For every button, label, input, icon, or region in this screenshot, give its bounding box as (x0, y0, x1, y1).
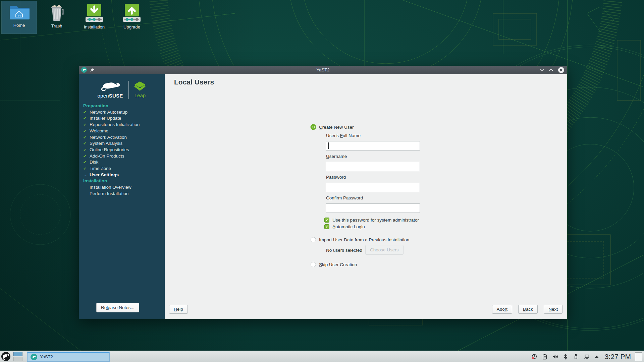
desktop-icon-trash[interactable]: Trash (39, 1, 74, 34)
installer-steps: Preparation Network Autosetup Installer … (83, 103, 164, 197)
username-label: U̲sername (326, 154, 347, 159)
page-title: Local Users (174, 78, 214, 86)
steps-section-preparation: Preparation (83, 103, 164, 109)
step-welcome: Welcome (83, 128, 164, 134)
application-launcher-icon[interactable] (1, 352, 11, 361)
sysadmin-password-checkbox[interactable]: Use t̲his password for system administra… (324, 218, 419, 223)
desktop-icon-row: Home Trash (2, 1, 149, 34)
import-user-data-radio[interactable]: I̲mport User Data from a Previous Instal… (311, 237, 409, 242)
step-perform-installation: Perform Installation (83, 191, 164, 197)
software-updates-icon[interactable] (531, 354, 537, 360)
desktop-1-active[interactable] (13, 352, 22, 356)
create-new-user-radio[interactable]: C̲reate New User (311, 124, 354, 130)
upgrade-icon (122, 4, 141, 22)
full-name-label: User's F̲ull Name (326, 133, 361, 138)
current-step-arrow-icon (83, 172, 88, 178)
leap-label: Leap (135, 93, 146, 98)
yast2-window: YaST2 (79, 66, 567, 319)
desktop-icon-installation[interactable]: Installation (77, 1, 112, 34)
username-input[interactable] (326, 162, 420, 171)
step-addon-products: Add-On Products (83, 153, 164, 160)
logo-divider (128, 81, 128, 99)
network-icon[interactable] (583, 354, 590, 360)
full-name-input[interactable] (326, 141, 420, 150)
installer-sidebar: openSUSE Leap Preparation Network Autose… (79, 74, 165, 319)
no-users-selected-text: No users selected (326, 248, 362, 253)
help-button[interactable]: H̲elp (169, 305, 188, 314)
check-icon (83, 140, 88, 147)
home-folder-icon (9, 4, 30, 20)
taskbar-entry-yast2[interactable]: YaST2 (27, 352, 110, 362)
desktop-icon-label: Home (13, 23, 25, 28)
radio-unselected-icon (311, 262, 316, 267)
step-system-analysis: System Analysis (83, 140, 164, 147)
desktop-2[interactable] (13, 357, 22, 361)
system-tray (531, 354, 599, 360)
check-icon (83, 166, 88, 172)
check-icon (83, 115, 88, 122)
removable-device-icon[interactable] (573, 354, 579, 360)
minimize-button[interactable] (540, 68, 544, 72)
steps-section-installation: Installation (83, 178, 164, 184)
check-icon (83, 128, 88, 134)
opensuse-chameleon-icon (99, 81, 121, 92)
step-time-zone: Time Zone (83, 166, 164, 172)
desktop-icon-label: Upgrade (123, 24, 140, 29)
installation-icon (85, 4, 104, 22)
next-button[interactable]: N̲ext (544, 305, 562, 314)
yast-app-icon (31, 354, 37, 360)
opensuse-leap-logo: openSUSE Leap (79, 78, 165, 102)
automatic-login-checkbox[interactable]: A̲utomatic Login (324, 224, 365, 229)
yast-app-icon (81, 67, 87, 73)
checkbox-checked-icon (324, 218, 329, 223)
step-disk: Disk (83, 159, 164, 166)
close-button[interactable] (558, 67, 564, 73)
check-icon (83, 153, 88, 160)
confirm-password-input[interactable] (326, 203, 420, 213)
clipboard-icon[interactable] (542, 354, 548, 360)
volume-icon[interactable] (552, 354, 558, 360)
step-user-settings-current: User Settings (83, 172, 164, 178)
step-online-repositories: Online Repositories (83, 147, 164, 153)
step-installer-update: Installer Update (83, 115, 164, 122)
step-installation-overview: Installation Overview (83, 184, 164, 191)
maximize-button[interactable] (549, 68, 553, 72)
clock[interactable]: 3:27 PM (605, 353, 631, 361)
radio-unselected-icon (311, 237, 316, 242)
leap-diamond-icon (134, 81, 146, 92)
back-button[interactable]: B̲ack (518, 305, 538, 314)
show-desktop-button[interactable] (635, 352, 642, 361)
check-icon (83, 122, 88, 128)
desktop-icon-home[interactable]: Home (2, 1, 37, 34)
desktop-icon-upgrade[interactable]: Upgrade (114, 1, 149, 34)
titlebar[interactable]: YaST2 (79, 66, 567, 74)
pin-icon[interactable] (90, 68, 95, 72)
trash-icon (48, 4, 66, 21)
release-notes-button[interactable]: Rel̲ease Notes... (96, 303, 139, 312)
skip-user-creation-radio[interactable]: S̲kip User Creation (311, 262, 357, 267)
check-icon (83, 109, 88, 116)
radio-selected-icon (311, 124, 316, 130)
choose-users-button[interactable]: Choose̲ Users (365, 245, 404, 255)
step-network-autosetup: Network Autosetup (83, 109, 164, 116)
taskbar-entry-label: YaST2 (40, 354, 53, 359)
local-users-dialog: Local Users C̲reate New User User's F̲ul… (165, 74, 567, 319)
confirm-password-label: Co̲nfirm Password (326, 195, 363, 200)
checkbox-checked-icon (324, 224, 329, 229)
window-title: YaST2 (79, 66, 567, 74)
bluetooth-icon[interactable] (562, 354, 569, 360)
step-network-activation: Network Activation (83, 134, 164, 141)
virtual-desktop-pager[interactable] (13, 352, 22, 361)
taskbar: YaST2 (0, 351, 644, 362)
text-cursor (328, 142, 329, 149)
check-icon (83, 134, 88, 141)
desktop-icon-label: Installation (84, 24, 105, 29)
expand-tray-icon[interactable] (594, 354, 599, 359)
check-icon (83, 147, 88, 153)
desktop: Home Trash (0, 0, 644, 362)
password-label: P̲assword (326, 175, 346, 180)
password-input[interactable] (326, 183, 420, 192)
check-icon (83, 159, 88, 166)
desktop-icon-label: Trash (51, 23, 62, 28)
abort-button[interactable]: Abor̲t (492, 305, 512, 314)
